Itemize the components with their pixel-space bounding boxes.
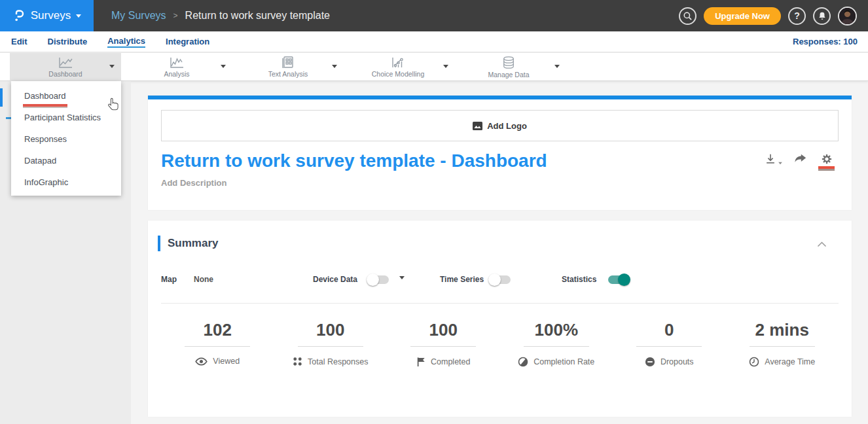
tab-edit[interactable]: Edit	[11, 37, 27, 47]
stat-average-time: 2 mins Average Time	[726, 312, 839, 367]
stat-viewed: 102 Viewed	[161, 312, 274, 367]
download-icon	[765, 153, 776, 165]
ribbon-analysis[interactable]: Analysis	[131, 53, 223, 81]
ribbon-item-label: Dashboard	[48, 70, 82, 78]
menu-item-datapad[interactable]: Datapad	[11, 150, 121, 171]
flag-icon	[416, 357, 425, 367]
section-accent-bar	[158, 236, 160, 251]
stat-completed: 100 Completed	[387, 312, 500, 367]
stat-total-responses: 100 Total Responses	[274, 312, 388, 367]
scatter-chart-icon	[391, 57, 405, 68]
app-root: Surveys My Surveys > Return to work surv…	[0, 0, 868, 424]
minus-circle-icon	[645, 357, 655, 367]
line-chart-icon	[169, 57, 185, 68]
breadcrumb-my-surveys[interactable]: My Surveys	[111, 10, 166, 22]
stat-completion-rate: 100% Completion Rate	[500, 312, 613, 367]
question-mark-icon: ?	[794, 10, 800, 21]
breadcrumb: My Surveys > Return to work survey templ…	[111, 0, 330, 31]
breadcrumb-current: Return to work survey template	[185, 10, 330, 22]
download-button[interactable]	[765, 153, 783, 165]
search-button[interactable]	[679, 7, 696, 25]
breadcrumb-separator: >	[173, 11, 178, 20]
stat-dropouts: 0 Dropouts	[613, 312, 726, 367]
collapse-chevron-icon[interactable]	[817, 241, 827, 247]
ribbon-item-label: Text Analysis	[268, 70, 308, 78]
product-label: Surveys	[31, 9, 71, 22]
title-actions	[765, 153, 835, 171]
ribbon-manage-data-caret[interactable]	[554, 65, 560, 68]
ribbon-analysis-caret[interactable]	[221, 65, 226, 68]
tab-analytics[interactable]: Analytics	[107, 36, 145, 48]
menu-item-responses[interactable]: Responses	[11, 128, 121, 150]
stats-row: 102 Viewed 100 To	[161, 312, 839, 367]
help-button[interactable]: ?	[788, 7, 806, 25]
avatar-photo	[839, 8, 856, 24]
ribbon-item-label: Analysis	[164, 70, 189, 78]
eye-icon	[195, 357, 208, 366]
summary-controls: Map None Device Data Time Series Statist…	[148, 268, 852, 291]
database-icon	[501, 56, 516, 69]
summary-header: Summary	[158, 236, 218, 251]
map-label: Map	[161, 268, 177, 291]
summary-card: Summary Map None Device Data Time Series…	[148, 221, 852, 417]
ribbon-item-label: Choice Modelling	[372, 70, 425, 78]
line-chart-icon	[58, 57, 73, 68]
chevron-down-icon	[76, 14, 81, 18]
ribbon-manage-data[interactable]: Manage Data	[463, 53, 554, 81]
gear-icon	[821, 153, 833, 165]
dots-grid-icon	[293, 357, 302, 366]
clock-icon	[749, 357, 759, 367]
settings-highlight-shadow	[818, 169, 835, 171]
analytics-ribbon: Dashboard Analysis Text Analysis	[0, 52, 868, 81]
header-actions: Upgrade Now ?	[679, 0, 857, 31]
ribbon-text-analysis-caret[interactable]	[332, 65, 337, 68]
device-data-toggle[interactable]	[367, 274, 391, 286]
tab-integration[interactable]: Integration	[166, 37, 209, 47]
statistics-label: Statistics	[562, 268, 596, 291]
add-description[interactable]: Add Description	[161, 178, 226, 188]
stats-divider	[161, 303, 839, 304]
add-logo-label: Add Logo	[487, 121, 527, 131]
ribbon-dashboard[interactable]: Dashboard	[20, 53, 111, 81]
title-card: Add Logo Return to work survey template …	[148, 96, 852, 210]
bell-icon	[818, 11, 827, 21]
settings-button[interactable]	[818, 153, 835, 171]
ribbon-dashboard-caret[interactable]	[109, 65, 115, 68]
share-button[interactable]	[794, 153, 807, 165]
ribbon-choice-modelling[interactable]: Choice Modelling	[352, 53, 444, 81]
time-series-label: Time Series	[440, 268, 484, 291]
download-caret	[778, 162, 782, 165]
contrast-icon	[518, 357, 528, 367]
map-select-caret[interactable]	[399, 276, 405, 279]
summary-heading: Summary	[168, 237, 218, 250]
page-title: Return to work survey template - Dashboa…	[161, 150, 547, 171]
survey-nav: Edit Distribute Analytics Integration Re…	[0, 31, 868, 52]
avatar[interactable]	[838, 7, 857, 26]
notifications-button[interactable]	[813, 7, 831, 25]
time-series-toggle[interactable]	[488, 274, 513, 286]
tab-distribute[interactable]: Distribute	[48, 37, 88, 47]
ribbon-text-analysis[interactable]: Text Analysis	[242, 53, 334, 81]
map-select-value[interactable]: None	[194, 268, 213, 291]
add-logo-dropzone[interactable]: Add Logo	[161, 110, 839, 141]
statistics-toggle[interactable]	[606, 274, 630, 286]
top-header: Surveys My Surveys > Return to work surv…	[0, 0, 868, 31]
document-grid-icon	[281, 56, 295, 68]
ribbon-choice-modelling-caret[interactable]	[443, 65, 448, 68]
image-icon	[473, 122, 482, 130]
upgrade-now-button[interactable]: Upgrade Now	[704, 7, 781, 25]
questionpro-logo-icon	[12, 8, 26, 24]
share-icon	[794, 153, 807, 165]
ribbon-item-label: Manage Data	[488, 71, 529, 79]
menu-item-infographic[interactable]: InfoGraphic	[11, 171, 121, 193]
device-data-label: Device Data	[313, 268, 357, 291]
sidebar-active-indicator	[0, 88, 3, 107]
card-accent-bar	[148, 96, 852, 99]
product-switcher[interactable]: Surveys	[0, 0, 94, 31]
responses-count: Responses: 100	[793, 31, 858, 52]
hand-cursor-icon	[105, 97, 118, 112]
search-icon	[683, 11, 693, 21]
